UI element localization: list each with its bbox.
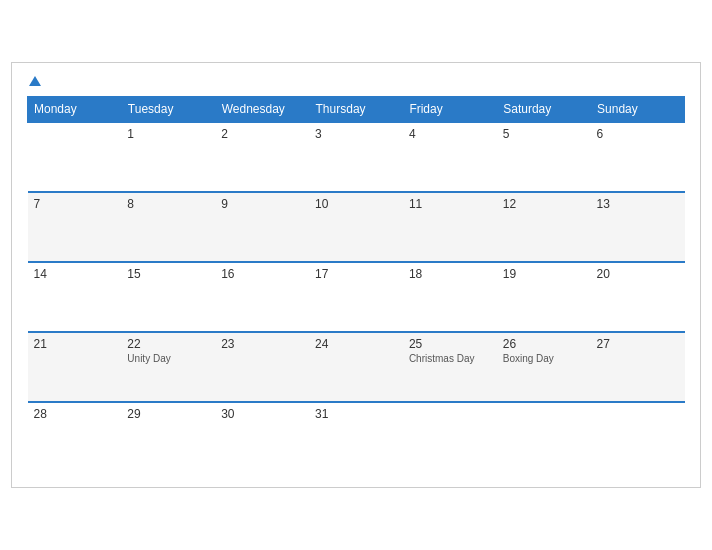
holiday-label: Christmas Day bbox=[409, 353, 491, 364]
day-number: 11 bbox=[409, 197, 491, 211]
day-number: 25 bbox=[409, 337, 491, 351]
day-number: 24 bbox=[315, 337, 397, 351]
logo-triangle-icon bbox=[29, 76, 41, 86]
calendar-cell: 27 bbox=[591, 332, 685, 402]
calendar-cell: 17 bbox=[309, 262, 403, 332]
day-number: 14 bbox=[34, 267, 116, 281]
calendar-cell: 2 bbox=[215, 122, 309, 192]
day-number: 10 bbox=[315, 197, 397, 211]
calendar-cell: 3 bbox=[309, 122, 403, 192]
calendar-cell: 22Unity Day bbox=[121, 332, 215, 402]
day-number: 23 bbox=[221, 337, 303, 351]
calendar-cell: 29 bbox=[121, 402, 215, 472]
calendar-cell: 4 bbox=[403, 122, 497, 192]
week-row-4: 28293031 bbox=[28, 402, 685, 472]
day-number: 6 bbox=[597, 127, 679, 141]
day-number: 21 bbox=[34, 337, 116, 351]
calendar-container: MondayTuesdayWednesdayThursdayFridaySatu… bbox=[11, 62, 701, 488]
day-number: 17 bbox=[315, 267, 397, 281]
calendar-cell: 16 bbox=[215, 262, 309, 332]
day-number: 2 bbox=[221, 127, 303, 141]
day-number: 7 bbox=[34, 197, 116, 211]
week-row-3: 2122Unity Day232425Christmas Day26Boxing… bbox=[28, 332, 685, 402]
day-number: 16 bbox=[221, 267, 303, 281]
day-header-sunday: Sunday bbox=[591, 97, 685, 123]
day-number: 4 bbox=[409, 127, 491, 141]
calendar-thead: MondayTuesdayWednesdayThursdayFridaySatu… bbox=[28, 97, 685, 123]
day-header-monday: Monday bbox=[28, 97, 122, 123]
calendar-cell: 11 bbox=[403, 192, 497, 262]
calendar-cell: 15 bbox=[121, 262, 215, 332]
day-number: 8 bbox=[127, 197, 209, 211]
calendar-cell: 14 bbox=[28, 262, 122, 332]
day-number: 15 bbox=[127, 267, 209, 281]
calendar-cell: 7 bbox=[28, 192, 122, 262]
calendar-cell: 9 bbox=[215, 192, 309, 262]
calendar-cell: 8 bbox=[121, 192, 215, 262]
calendar-cell: 12 bbox=[497, 192, 591, 262]
calendar-cell: 21 bbox=[28, 332, 122, 402]
calendar-cell: 30 bbox=[215, 402, 309, 472]
calendar-cell: 25Christmas Day bbox=[403, 332, 497, 402]
calendar-cell bbox=[28, 122, 122, 192]
calendar-cell: 18 bbox=[403, 262, 497, 332]
calendar-header bbox=[27, 73, 685, 86]
week-row-0: 123456 bbox=[28, 122, 685, 192]
day-number: 28 bbox=[34, 407, 116, 421]
day-number: 29 bbox=[127, 407, 209, 421]
day-number: 19 bbox=[503, 267, 585, 281]
calendar-tbody: 12345678910111213141516171819202122Unity… bbox=[28, 122, 685, 472]
day-number: 20 bbox=[597, 267, 679, 281]
day-header-saturday: Saturday bbox=[497, 97, 591, 123]
holiday-label: Boxing Day bbox=[503, 353, 585, 364]
calendar-cell: 19 bbox=[497, 262, 591, 332]
calendar-cell bbox=[403, 402, 497, 472]
holiday-label: Unity Day bbox=[127, 353, 209, 364]
day-header-friday: Friday bbox=[403, 97, 497, 123]
day-number: 18 bbox=[409, 267, 491, 281]
logo-general-text bbox=[27, 73, 41, 86]
day-number: 9 bbox=[221, 197, 303, 211]
day-number: 5 bbox=[503, 127, 585, 141]
day-header-wednesday: Wednesday bbox=[215, 97, 309, 123]
day-number: 12 bbox=[503, 197, 585, 211]
days-header-row: MondayTuesdayWednesdayThursdayFridaySatu… bbox=[28, 97, 685, 123]
day-header-thursday: Thursday bbox=[309, 97, 403, 123]
day-number: 31 bbox=[315, 407, 397, 421]
calendar-cell: 24 bbox=[309, 332, 403, 402]
week-row-2: 14151617181920 bbox=[28, 262, 685, 332]
day-number: 13 bbox=[597, 197, 679, 211]
day-number: 30 bbox=[221, 407, 303, 421]
calendar-cell: 13 bbox=[591, 192, 685, 262]
week-row-1: 78910111213 bbox=[28, 192, 685, 262]
calendar-cell: 26Boxing Day bbox=[497, 332, 591, 402]
day-number: 26 bbox=[503, 337, 585, 351]
calendar-cell bbox=[591, 402, 685, 472]
day-number: 3 bbox=[315, 127, 397, 141]
logo bbox=[27, 73, 41, 86]
day-number: 1 bbox=[127, 127, 209, 141]
calendar-cell: 31 bbox=[309, 402, 403, 472]
calendar-cell: 23 bbox=[215, 332, 309, 402]
calendar-cell: 1 bbox=[121, 122, 215, 192]
calendar-cell: 28 bbox=[28, 402, 122, 472]
calendar-cell: 5 bbox=[497, 122, 591, 192]
day-header-tuesday: Tuesday bbox=[121, 97, 215, 123]
calendar-cell: 20 bbox=[591, 262, 685, 332]
day-number: 27 bbox=[597, 337, 679, 351]
calendar-cell: 10 bbox=[309, 192, 403, 262]
calendar-cell bbox=[497, 402, 591, 472]
day-number: 22 bbox=[127, 337, 209, 351]
calendar-cell: 6 bbox=[591, 122, 685, 192]
calendar-grid: MondayTuesdayWednesdayThursdayFridaySatu… bbox=[27, 96, 685, 472]
